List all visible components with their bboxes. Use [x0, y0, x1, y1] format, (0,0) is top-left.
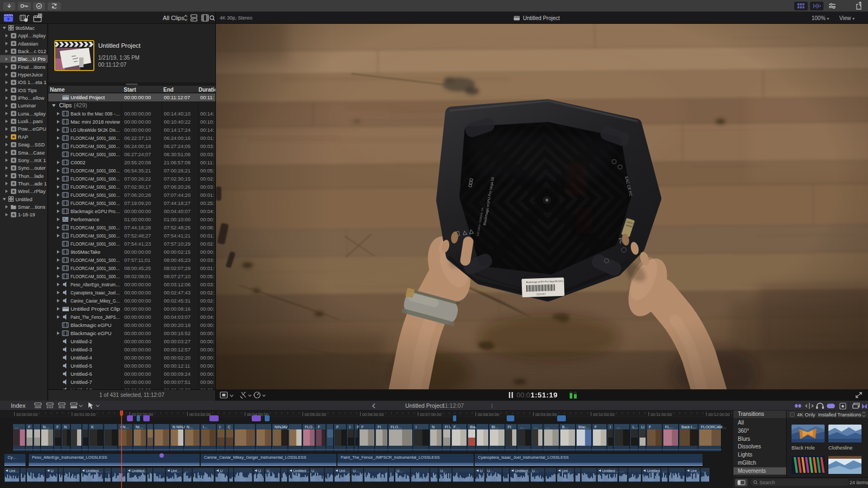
svg-text:Untitled Project: Untitled Project — [71, 95, 105, 100]
svg-text:Untitled…: Untitled… — [293, 469, 310, 473]
svg-text:mGlitch: mGlitch — [738, 460, 756, 466]
svg-text:00:00:00:00: 00:00:00:00 — [124, 119, 151, 125]
svg-text:00:00:00:00: 00:00:00:00 — [124, 290, 151, 296]
svg-text:00:01:00:00: 00:01:00:00 — [74, 412, 95, 417]
svg-text:B…: B… — [562, 425, 569, 429]
svg-text:00:04:40:07: 00:04:40:07 — [164, 209, 190, 214]
svg-text:FLOORCAM_S001_S00…: FLOORCAM_S001_S00… — [71, 192, 120, 198]
svg-text:00:05:00:00: 00:05:00:00 — [305, 412, 327, 417]
svg-text:N: N — [432, 425, 435, 429]
svg-text:00:00:: 00:00: — [200, 331, 214, 336]
svg-text:00:00:20:18: 00:00:20:18 — [164, 323, 190, 328]
svg-text:Paint_The_Fence_JMPS…: Paint_The_Fence_JMPS… — [71, 314, 120, 320]
svg-text:08:00:45;23: 08:00:45;23 — [164, 258, 190, 263]
svg-text:00:09:00:00: 00:09:00:00 — [535, 412, 557, 417]
svg-text:00:00:09:24: 00:00:09:24 — [164, 371, 190, 377]
svg-text:U: U — [220, 469, 223, 473]
svg-text:07:02:30;15: 07:02:30;15 — [164, 176, 190, 182]
svg-text:00:01:: 00:01: — [200, 136, 214, 141]
svg-text:F: F — [361, 425, 363, 429]
svg-text:07:44:18;27: 07:44:18;27 — [164, 201, 190, 206]
svg-text:00:02:00:00: 00:02:00:00 — [132, 412, 154, 417]
svg-text:00:14:: 00:14: — [200, 111, 214, 117]
svg-text:Untitled-4: Untitled-4 — [71, 355, 92, 361]
svg-text:FI L: FI L — [445, 425, 451, 429]
svg-text:00:00:00:00: 00:00:00:00 — [124, 371, 151, 377]
svg-text:U…: U… — [441, 469, 447, 473]
svg-text:U…: U… — [397, 469, 403, 473]
svg-text:Unt…: Unt… — [9, 469, 19, 473]
svg-text:00:00:: 00:00: — [200, 363, 214, 369]
svg-text:F: F — [595, 425, 597, 429]
svg-text:FLO…: FLO… — [391, 425, 402, 429]
svg-text:FLOORCAM_S001_S00…: FLOORCAM_S001_S00… — [71, 201, 120, 206]
svg-text:01:00:10:00: 01:00:10:00 — [164, 217, 190, 222]
svg-text:All: All — [738, 420, 744, 426]
svg-text:00:00:02:15: 00:00:02:15 — [164, 249, 190, 255]
svg-text:Movements: Movements — [738, 468, 766, 474]
svg-text:Cy…: Cy… — [8, 455, 17, 460]
svg-text:iOS Tips: iOS Tips — [18, 88, 37, 93]
svg-text:00:12:00:00: 00:12:00:00 — [709, 412, 730, 417]
svg-text:Canine_Caviar_Mikey_G…: Canine_Caviar_Mikey_G… — [71, 298, 120, 304]
svg-text:07:06:20;26: 07:06:20;26 — [164, 184, 190, 190]
svg-text:00:03:: 00:03: — [200, 144, 214, 149]
svg-text:I: I — [416, 425, 417, 429]
svg-text:00:00:00:00: 00:00:00:00 — [124, 282, 151, 287]
svg-text:00:00:00:00: 00:00:00:00 — [124, 306, 151, 312]
svg-text:iPho…ellow: iPho…ellow — [18, 95, 44, 101]
svg-text:00:03:12:06: 00:03:12:06 — [164, 282, 190, 287]
svg-text:00:05:: 00:05: — [200, 168, 214, 174]
svg-text:Untitled Project: Untitled Project — [405, 402, 444, 409]
svg-text:07:44:18;28: 07:44:18;28 — [124, 225, 151, 230]
svg-text:20:55:20:08: 20:55:20:08 — [124, 160, 151, 165]
svg-text:Appl…isplay: Appl…isplay — [18, 33, 46, 38]
svg-text:Clips: Clips — [59, 102, 72, 108]
svg-text:K: K — [91, 425, 94, 429]
svg-text:08:02:07;29: 08:02:07;29 — [164, 266, 190, 271]
svg-text:07:54:41;23: 07:54:41;23 — [124, 241, 151, 247]
svg-text:1:51:19: 1:51:19 — [531, 391, 558, 399]
svg-text:00:11:12:07: 00:11:12:07 — [164, 95, 190, 100]
svg-text:BI…: BI… — [492, 425, 499, 429]
svg-text:07:57:10;29: 07:57:10;29 — [164, 241, 190, 247]
svg-text:U…: U… — [487, 469, 494, 473]
svg-text:00:00:: 00:00: — [200, 355, 214, 361]
svg-text:Clothesline: Clothesline — [828, 445, 853, 451]
svg-text:00:07:00:00: 00:07:00:00 — [420, 412, 442, 417]
svg-text:U…: U… — [267, 469, 273, 473]
svg-text:00:00:: 00:00: — [200, 347, 214, 352]
svg-text:Untitled…: Untitled… — [132, 469, 149, 473]
svg-text:9to5Mac: 9to5Mac — [16, 25, 35, 31]
svg-text:00:04:: 00:04: — [200, 314, 214, 320]
svg-text:00:03:: 00:03: — [200, 152, 214, 157]
svg-text:Sony…mX 1: Sony…mX 1 — [18, 158, 46, 163]
svg-text:FLO…: FLO… — [305, 425, 316, 429]
svg-text:00:08:00:00: 00:08:00:00 — [477, 412, 499, 417]
svg-text:07:00:26;22: 07:00:26;22 — [124, 176, 151, 182]
svg-text:00:03:00:00: 00:03:00:00 — [189, 412, 211, 417]
svg-text:00:06:00:00: 00:06:00:00 — [362, 412, 384, 417]
svg-text:…: … — [534, 425, 538, 429]
svg-text:Blackmagic eGPU Pro…: Blackmagic eGPU Pro… — [71, 209, 120, 214]
svg-text:I: I — [349, 425, 350, 429]
svg-text:07:00:26;21: 07:00:26;21 — [164, 168, 190, 174]
svg-text:00:00:07:51: 00:00:07:51 — [164, 380, 190, 385]
svg-text:Blackmagic eGPU: Blackmagic eGPU — [71, 323, 111, 328]
svg-text:00:00:00:00: 00:00:00:00 — [124, 363, 151, 369]
svg-text:F: F — [649, 425, 651, 429]
svg-text:FLOORCAM_S001_S00…: FLOORCAM_S001_S00… — [71, 266, 120, 271]
svg-text:U: U — [51, 469, 54, 473]
svg-text:U…: U… — [311, 469, 318, 473]
svg-text:All Clips: All Clips — [163, 15, 184, 21]
svg-text:06:22:37;13: 06:22:37;13 — [124, 136, 151, 141]
svg-text:I…: I… — [203, 425, 208, 429]
svg-text:I:: I: — [219, 425, 221, 429]
svg-text:00:0: 00:0 — [516, 391, 530, 399]
svg-text:…: … — [106, 469, 110, 473]
svg-text:00:00:00:00: 00:00:00:00 — [124, 298, 151, 304]
svg-text:08:02:08;01: 08:02:08;01 — [124, 274, 151, 279]
svg-text:Untitled Project Clip: Untitled Project Clip — [71, 306, 120, 312]
svg-text:iOS 1…eta 1: iOS 1…eta 1 — [18, 80, 47, 85]
svg-text:07:54:41;21: 07:54:41;21 — [164, 233, 190, 239]
